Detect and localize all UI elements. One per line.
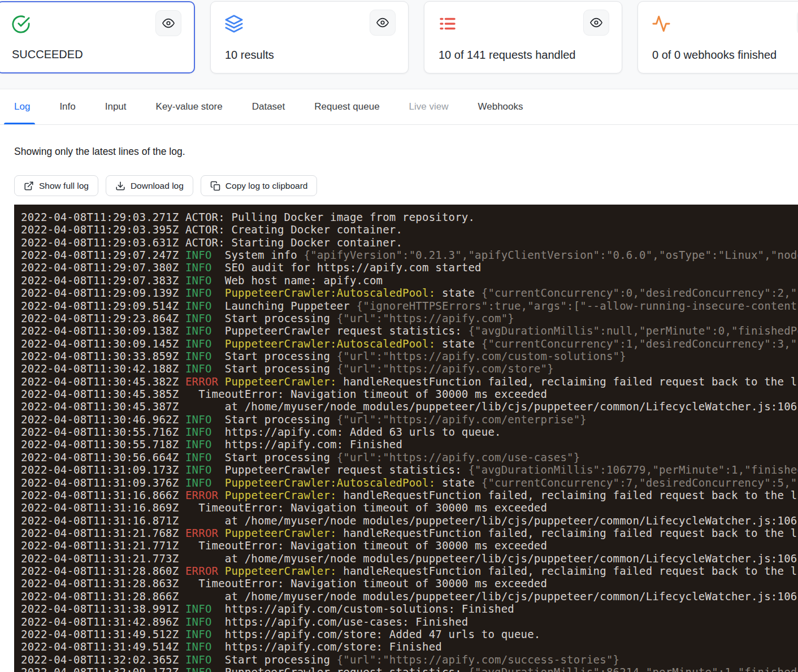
list-icon	[438, 14, 457, 36]
log-line: 2022-04-08T11:30:45.387Z at /home/myuser…	[21, 400, 798, 413]
copy-log-label: Copy log to clipboard	[225, 181, 308, 191]
tab-key-value-store[interactable]: Key-value store	[156, 101, 223, 112]
log-terminal[interactable]: 2022-04-08T11:29:03.271Z ACTOR: Pulling …	[14, 205, 798, 672]
view-status-button[interactable]	[155, 10, 181, 36]
tab-live-view: Live view	[409, 101, 449, 112]
status-card-webhooks: 0 of 0 webhooks finished	[637, 1, 798, 73]
copy-icon	[210, 181, 220, 191]
run-status-label: SUCCEEDED	[12, 48, 83, 61]
log-line: 2022-04-08T11:30:56.664Z INFO Start proc…	[21, 451, 798, 463]
view-results-button[interactable]	[370, 10, 396, 36]
log-line: 2022-04-08T11:30:45.385Z TimeoutError: N…	[21, 388, 798, 400]
download-icon	[115, 181, 125, 191]
log-line: 2022-04-08T11:31:28.860Z ERROR Puppeteer…	[21, 565, 798, 577]
check-circle-icon	[11, 15, 31, 36]
eye-icon	[590, 16, 602, 29]
log-line: 2022-04-08T11:30:33.859Z INFO Start proc…	[21, 350, 798, 362]
log-line: 2022-04-08T11:29:09.139Z INFO PuppeteerC…	[21, 287, 798, 299]
tab-request-queue[interactable]: Request queue	[314, 101, 379, 112]
log-line: 2022-04-08T11:31:28.866Z at /home/myuser…	[21, 590, 798, 602]
view-requests-button[interactable]	[583, 10, 609, 36]
log-line: 2022-04-08T11:31:16.869Z TimeoutError: N…	[21, 501, 798, 514]
log-line: 2022-04-08T11:32:09.172Z INFO PuppeteerC…	[21, 666, 798, 672]
eye-icon	[376, 16, 389, 29]
status-card-results: 10 results	[210, 1, 409, 73]
log-line: 2022-04-08T11:29:07.380Z INFO SEO audit …	[21, 261, 798, 274]
show-full-log-label: Show full log	[39, 181, 89, 191]
log-line: 2022-04-08T11:31:09.376Z INFO PuppeteerC…	[21, 476, 798, 489]
log-line: 2022-04-08T11:30:09.138Z INFO PuppeteerC…	[21, 324, 798, 337]
log-line: 2022-04-08T11:30:55.718Z INFO https://ap…	[21, 438, 798, 450]
log-line: 2022-04-08T11:29:07.383Z INFO Web host n…	[21, 274, 798, 287]
results-label: 10 results	[225, 49, 274, 62]
log-line: 2022-04-08T11:31:38.991Z INFO https://ap…	[21, 602, 798, 615]
download-log-button[interactable]: Download log	[106, 175, 193, 196]
activity-icon	[652, 14, 671, 36]
log-line: 2022-04-08T11:29:03.395Z ACTOR: Creating…	[21, 223, 798, 236]
tab-input[interactable]: Input	[105, 101, 127, 112]
log-line: 2022-04-08T11:30:55.716Z INFO https://ap…	[21, 426, 798, 438]
log-line: 2022-04-08T11:29:23.864Z INFO Start proc…	[21, 312, 798, 324]
log-line: 2022-04-08T11:31:16.866Z ERROR Puppeteer…	[21, 489, 798, 501]
log-actions: Show full log Download log Copy log to c…	[14, 175, 317, 196]
log-line: 2022-04-08T11:31:21.771Z TimeoutError: N…	[21, 539, 798, 552]
log-line: 2022-04-08T11:29:09.514Z INFO Launching …	[21, 300, 798, 312]
tab-webhooks[interactable]: Webhooks	[478, 101, 523, 112]
status-card-requests: 10 of 141 requests handled	[424, 1, 622, 73]
log-line: 2022-04-08T11:31:21.773Z at /home/myuser…	[21, 552, 798, 565]
log-line: 2022-04-08T11:30:46.962Z INFO Start proc…	[21, 413, 798, 426]
log-line: 2022-04-08T11:29:07.247Z INFO System inf…	[21, 249, 798, 261]
run-detail-tab-bar: LogInfoInputKey-value storeDatasetReques…	[0, 89, 798, 125]
log-note: Showing only the latest lines of the log…	[14, 146, 185, 158]
log-line: 2022-04-08T11:32:02.365Z INFO Start proc…	[21, 653, 798, 666]
log-line: 2022-04-08T11:30:09.145Z INFO PuppeteerC…	[21, 337, 798, 350]
log-line: 2022-04-08T11:31:16.871Z at /home/myuser…	[21, 514, 798, 527]
log-line: 2022-04-08T11:31:28.863Z TimeoutError: N…	[21, 577, 798, 589]
layers-icon	[224, 14, 244, 36]
show-full-log-button[interactable]: Show full log	[14, 175, 98, 196]
status-cards-section: SUCCEEDED 10 results	[0, 0, 798, 89]
copy-log-button[interactable]: Copy log to clipboard	[201, 175, 318, 196]
log-line: 2022-04-08T11:31:42.896Z INFO https://ap…	[21, 615, 798, 628]
tab-info[interactable]: Info	[59, 101, 75, 112]
log-line: 2022-04-08T11:30:42.188Z INFO Start proc…	[21, 362, 798, 375]
log-line: 2022-04-08T11:31:09.173Z INFO PuppeteerC…	[21, 463, 798, 476]
log-line: 2022-04-08T11:31:21.768Z ERROR Puppeteer…	[21, 527, 798, 539]
tab-dataset[interactable]: Dataset	[252, 101, 285, 112]
status-cards-row: SUCCEEDED 10 results	[0, 1, 798, 73]
requests-label: 10 of 141 requests handled	[439, 49, 575, 62]
webhooks-label: 0 of 0 webhooks finished	[652, 49, 777, 62]
external-link-icon	[24, 181, 34, 191]
download-log-label: Download log	[131, 181, 184, 191]
tab-log[interactable]: Log	[14, 101, 30, 112]
log-line: 2022-04-08T11:29:03.631Z ACTOR: Starting…	[21, 236, 798, 249]
log-line: 2022-04-08T11:30:45.382Z ERROR Puppeteer…	[21, 375, 798, 388]
log-line: 2022-04-08T11:31:49.512Z INFO https://ap…	[21, 628, 798, 640]
log-line: 2022-04-08T11:31:49.514Z INFO https://ap…	[21, 640, 798, 653]
eye-icon	[162, 17, 175, 29]
log-line: 2022-04-08T11:29:03.271Z ACTOR: Pulling …	[21, 211, 798, 223]
status-card-run-status: SUCCEEDED	[0, 1, 195, 73]
